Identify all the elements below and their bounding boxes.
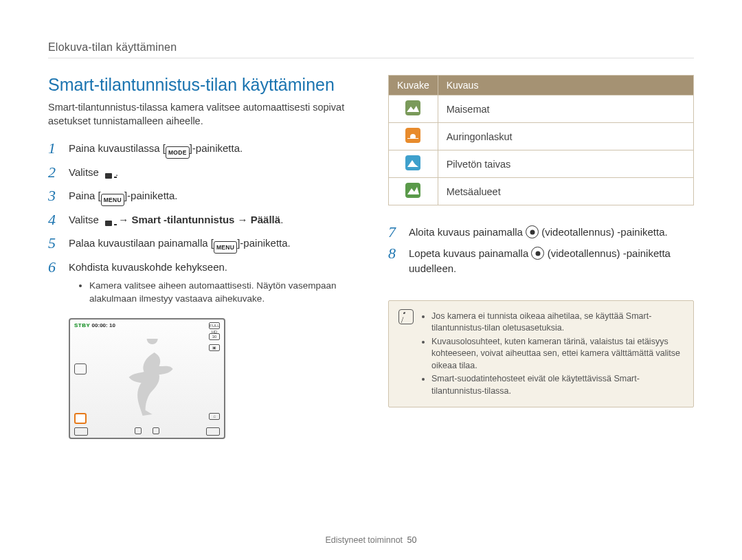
two-column-layout: Smart-tilantunnistus-tilan käyttäminen S…	[48, 75, 694, 439]
fps-icon: 30	[209, 333, 220, 340]
sunset-icon	[405, 128, 420, 143]
page-number: 50	[407, 535, 417, 545]
note-icon	[398, 309, 414, 324]
stby-label: STBY	[74, 322, 90, 328]
step-number: 5	[48, 236, 59, 251]
stby-indicator: STBY 00:00: 10	[74, 322, 115, 328]
silhouette-figure	[125, 339, 187, 424]
step-text-post: ]-painiketta.	[237, 237, 291, 249]
camcorder-icon	[102, 170, 115, 182]
step-text-post: .	[115, 166, 118, 178]
page-footer: Edistyneet toiminnot 50	[0, 535, 742, 545]
right-column: Kuvake Kuvaus Maisemat	[388, 75, 694, 439]
step-text-pre: Lopeta kuvaus painamalla	[409, 247, 531, 259]
step-6: 6 Kohdista kuvauskohde kehykseen. Kamera…	[48, 260, 354, 307]
step-2: 2 Valitse .	[48, 165, 354, 182]
scene-mode-icon	[74, 413, 87, 424]
footer-label: Edistyneet toiminnot	[326, 535, 403, 545]
step-number: 3	[48, 188, 59, 203]
step-number: 8	[388, 246, 399, 261]
step-5: 5 Palaa kuvaustilaan painamalla [MENU]-p…	[48, 236, 354, 254]
table-row: Maisemat	[389, 96, 694, 123]
td-icon	[389, 96, 438, 123]
bottom-left-icon	[74, 427, 88, 436]
td-desc: Maisemat	[438, 96, 693, 123]
forest-icon	[405, 183, 420, 198]
step-number: 7	[388, 225, 399, 240]
step-text: Valitse .	[69, 165, 118, 182]
clear-sky-icon	[405, 155, 420, 170]
svg-rect-2	[407, 138, 418, 139]
step-text: Valitse → Smart -tilantunnistus → Päällä…	[69, 212, 283, 229]
step-text-pre: Aloita kuvaus painamalla	[409, 226, 526, 238]
step-text-post: ]-painiketta.	[124, 190, 178, 201]
left-column: Smart-tilantunnistus-tilan käyttäminen S…	[48, 75, 354, 439]
step-7: 7 Aloita kuvaus painamalla (videotallenn…	[388, 225, 694, 240]
section-title: Smart-tilantunnistus-tilan käyttäminen	[48, 75, 354, 95]
intro-text: Smart-tilantunnistus-tilassa kamera vali…	[48, 100, 354, 128]
camcorder-icon	[102, 217, 115, 229]
menu-button-icon: MENU	[214, 241, 237, 254]
td-icon	[389, 178, 438, 205]
record-button-icon	[526, 225, 539, 238]
scene-icon-table: Kuvake Kuvaus Maisemat	[388, 75, 694, 205]
step-text-pre: Paina [	[69, 190, 101, 201]
step-number: 2	[48, 165, 59, 180]
td-icon	[389, 150, 438, 178]
menu-button-icon: MENU	[101, 194, 124, 206]
step-text-pre: Palaa kuvaustilaan painamalla [	[69, 237, 214, 249]
mode-button-icon: MODE	[166, 146, 190, 159]
step-bullets: Kamera valitsee aiheen automaattisesti. …	[69, 279, 354, 306]
td-icon	[389, 123, 438, 150]
bold-path: → Smart -tilantunnistus → Päällä	[115, 214, 280, 225]
note-list: Jos kamera ei tunnista oikeaa aihetilaa,…	[422, 309, 684, 399]
table-row: Pilvetön taivas	[389, 150, 694, 178]
step-text-post: .	[280, 214, 283, 225]
preview-right-icons-lower: ♫	[209, 413, 220, 420]
step-8: 8 Lopeta kuvaus painamalla (videotallenn…	[388, 246, 694, 276]
preview-left-icons	[74, 363, 87, 424]
step-text-pre: Paina kuvaustilassa [	[69, 142, 166, 154]
breadcrumb: Elokuva-tilan käyttäminen	[48, 41, 694, 58]
step-text-pre: Valitse	[69, 214, 102, 225]
th-desc: Kuvaus	[438, 76, 693, 96]
steps-left: 1 Paina kuvaustilassa [MODE]-painiketta.…	[48, 141, 354, 307]
step-text-post: ]-painiketta.	[190, 142, 243, 154]
preview-bottombar	[70, 427, 224, 436]
metering-icon: ▣	[209, 344, 220, 351]
record-button-icon	[531, 247, 544, 260]
step-3: 3 Paina [MENU]-painiketta.	[48, 188, 354, 206]
step-text-post: (videotallennus) -painiketta.	[539, 226, 668, 238]
step-text-pre: Valitse	[69, 166, 102, 178]
timecode-label: 00:00: 10	[92, 322, 115, 328]
step-text: Kohdista kuvauskohde kehykseen. Kamera v…	[69, 260, 354, 307]
table-row: Auringonlaskut	[389, 123, 694, 150]
step-1: 1 Paina kuvaustilassa [MODE]-painiketta.	[48, 141, 354, 159]
step-text: Paina kuvaustilassa [MODE]-painiketta.	[69, 141, 243, 159]
td-desc: Metsäalueet	[438, 178, 693, 205]
note-callout: Jos kamera ei tunnista oikeaa aihetilaa,…	[388, 300, 694, 408]
voice-icon: ♫	[209, 413, 220, 420]
landscape-icon	[405, 100, 420, 115]
step-text-pre: Kohdista kuvauskohde kehykseen.	[69, 261, 227, 273]
step-text: Paina [MENU]-painiketta.	[69, 188, 177, 206]
steps-right: 7 Aloita kuvaus painamalla (videotallenn…	[388, 225, 694, 276]
camera-preview-illustration: STBY 00:00: 10 FULLHD 30 ▣	[69, 318, 225, 439]
td-desc: Auringonlaskut	[438, 123, 693, 150]
ois-icon	[74, 363, 87, 374]
preview-topbar: STBY 00:00: 10	[70, 320, 224, 328]
bottom-center-icons	[135, 427, 159, 436]
note-item: Jos kamera ei tunnista oikeaa aihetilaa,…	[431, 311, 684, 335]
note-item: Kuvausolosuhteet, kuten kameran tärinä, …	[431, 336, 684, 372]
bottom-right-icon	[206, 427, 220, 436]
step-number: 4	[48, 212, 59, 227]
step-text: Lopeta kuvaus painamalla (videotallennus…	[409, 246, 694, 276]
step-4: 4 Valitse → Smart -tilantunnistus → Pääl…	[48, 212, 354, 229]
bullet-item: Kamera valitsee aiheen automaattisesti. …	[89, 279, 354, 306]
step-text: Palaa kuvaustilaan painamalla [MENU]-pai…	[69, 236, 291, 254]
resolution-icon: FULLHD	[209, 322, 220, 329]
note-item: Smart-suodatintehosteet eivät ole käytet…	[431, 373, 684, 397]
manual-page: Elokuva-tilan käyttäminen Smart-tilantun…	[0, 0, 742, 460]
step-text: Aloita kuvaus painamalla (videotallennus…	[409, 225, 668, 240]
step-number: 1	[48, 141, 59, 156]
